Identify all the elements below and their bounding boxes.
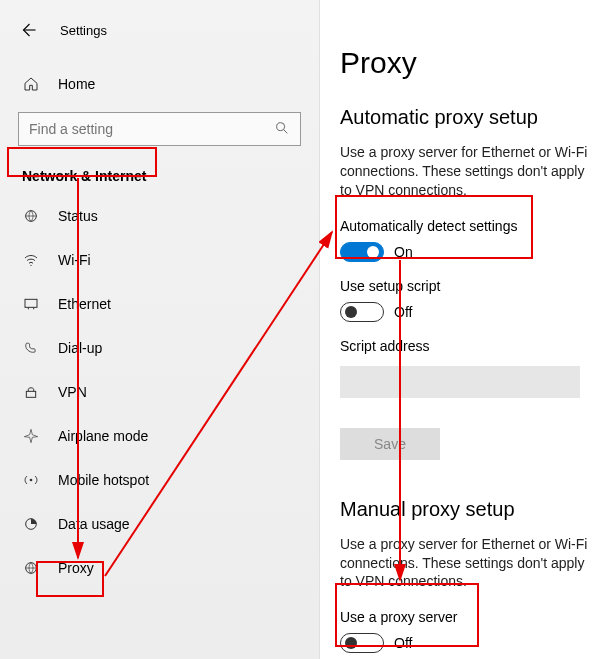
use-proxy-state: Off xyxy=(394,635,412,651)
nav-label: Proxy xyxy=(58,560,94,576)
svg-rect-8 xyxy=(26,391,35,397)
script-address-input[interactable] xyxy=(340,366,580,398)
nav-status[interactable]: Status xyxy=(0,194,319,238)
svg-point-1 xyxy=(277,122,285,130)
nav-datausage[interactable]: Data usage xyxy=(0,502,319,546)
nav-hotspot[interactable]: Mobile hotspot xyxy=(0,458,319,502)
nav-label: Status xyxy=(58,208,98,224)
home-icon xyxy=(22,76,40,92)
nav-label: Mobile hotspot xyxy=(58,472,149,488)
home-nav[interactable]: Home xyxy=(0,64,319,104)
main-pane: Proxy Automatic proxy setup Use a proxy … xyxy=(320,0,600,659)
hotspot-icon xyxy=(22,471,40,489)
auto-detect-toggle[interactable] xyxy=(340,242,384,262)
manual-heading: Manual proxy setup xyxy=(340,498,600,521)
use-proxy-toggle[interactable] xyxy=(340,633,384,653)
nav-label: Ethernet xyxy=(58,296,111,312)
search-input[interactable] xyxy=(29,121,274,137)
nav-ethernet[interactable]: Ethernet xyxy=(0,282,319,326)
auto-heading: Automatic proxy setup xyxy=(340,106,600,129)
svg-line-2 xyxy=(284,130,287,133)
sidebar: Settings Home Network & Internet Status xyxy=(0,0,320,659)
nav-wifi[interactable]: Wi-Fi xyxy=(0,238,319,282)
svg-point-4 xyxy=(30,265,31,266)
auto-desc: Use a proxy server for Ethernet or Wi-Fi… xyxy=(340,143,600,200)
nav-label: Data usage xyxy=(58,516,130,532)
wifi-icon xyxy=(22,251,40,269)
page-title: Proxy xyxy=(340,46,600,80)
nav-dialup[interactable]: Dial-up xyxy=(0,326,319,370)
manual-desc: Use a proxy server for Ethernet or Wi-Fi… xyxy=(340,535,600,592)
setup-script-toggle[interactable] xyxy=(340,302,384,322)
ethernet-icon xyxy=(22,295,40,313)
back-button[interactable] xyxy=(12,14,44,46)
status-icon xyxy=(22,207,40,225)
svg-point-9 xyxy=(30,479,33,482)
proxy-icon xyxy=(22,559,40,577)
dialup-icon xyxy=(22,339,40,357)
nav-label: VPN xyxy=(58,384,87,400)
window-title: Settings xyxy=(60,23,107,38)
nav-proxy[interactable]: Proxy xyxy=(0,546,319,590)
setup-script-label: Use setup script xyxy=(340,278,600,294)
save-button[interactable]: Save xyxy=(340,428,440,460)
arrow-left-icon xyxy=(19,21,37,39)
nav-label: Dial-up xyxy=(58,340,102,356)
auto-detect-state: On xyxy=(394,244,413,260)
titlebar: Settings xyxy=(0,8,319,64)
use-proxy-label: Use a proxy server xyxy=(340,609,600,625)
section-heading: Network & Internet xyxy=(0,154,319,194)
home-label: Home xyxy=(58,76,95,92)
nav-list: Status Wi-Fi Ethernet Dial-up VPN Airpla… xyxy=(0,194,319,590)
script-address-label: Script address xyxy=(340,338,600,354)
data-usage-icon xyxy=(22,515,40,533)
svg-rect-5 xyxy=(25,299,37,307)
airplane-icon xyxy=(22,427,40,445)
setup-script-state: Off xyxy=(394,304,412,320)
auto-detect-label: Automatically detect settings xyxy=(340,218,600,234)
nav-vpn[interactable]: VPN xyxy=(0,370,319,414)
nav-airplane[interactable]: Airplane mode xyxy=(0,414,319,458)
nav-label: Wi-Fi xyxy=(58,252,91,268)
search-box[interactable] xyxy=(18,112,301,146)
vpn-icon xyxy=(22,383,40,401)
nav-label: Airplane mode xyxy=(58,428,148,444)
search-icon xyxy=(274,120,290,139)
